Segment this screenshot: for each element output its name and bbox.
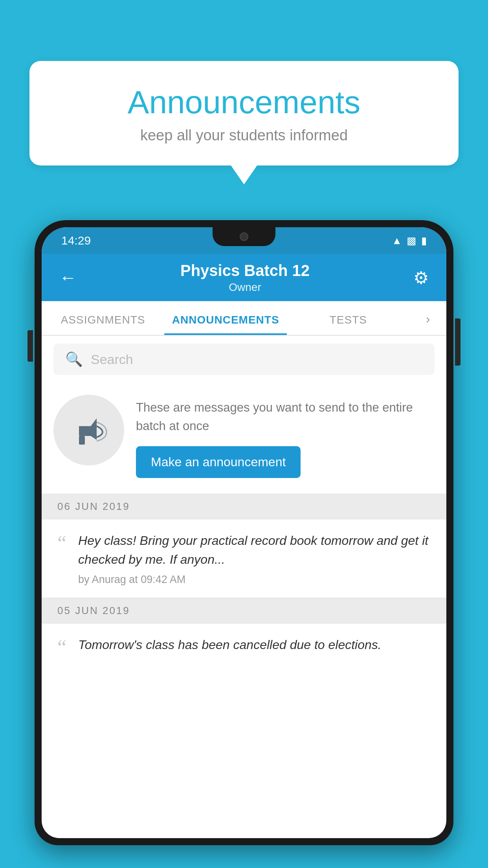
promo-section: These are messages you want to send to t… — [42, 383, 446, 494]
tab-assignments[interactable]: ASSIGNMENTS — [42, 314, 164, 335]
tab-tests[interactable]: TESTS — [287, 314, 409, 335]
phone-mockup: 14:29 ▲ ▩ ▮ ← Physics Batch 12 Owner ⚙ A… — [35, 220, 453, 868]
search-placeholder: Search — [91, 352, 133, 367]
quote-icon-2: “ — [57, 637, 66, 658]
date-separator-2: 05 JUN 2019 — [42, 598, 446, 623]
app-header: ← Physics Batch 12 Owner ⚙ — [42, 254, 446, 301]
phone-screen: 14:29 ▲ ▩ ▮ ← Physics Batch 12 Owner ⚙ A… — [42, 227, 446, 838]
announcement-message-1: Hey class! Bring your practical record b… — [78, 531, 431, 569]
back-button[interactable]: ← — [59, 268, 77, 287]
speech-bubble-card: Announcements keep all your students inf… — [29, 61, 459, 166]
svg-rect-0 — [79, 436, 85, 445]
tab-announcements[interactable]: ANNOUNCEMENTS — [164, 314, 287, 335]
speech-bubble-section: Announcements keep all your students inf… — [29, 61, 459, 166]
search-icon: 🔍 — [65, 351, 83, 368]
bubble-subtitle: keep all your students informed — [61, 127, 427, 144]
status-icons: ▲ ▩ ▮ — [392, 235, 427, 247]
tab-bar: ASSIGNMENTS ANNOUNCEMENTS TESTS › — [42, 301, 446, 336]
phone-notch — [213, 227, 275, 246]
make-announcement-button[interactable]: Make an announcement — [136, 446, 301, 478]
bubble-title: Announcements — [61, 85, 427, 120]
wifi-icon: ▲ — [392, 235, 402, 247]
announcement-item-2[interactable]: “ Tomorrow's class has been cancelled du… — [42, 623, 446, 671]
settings-icon[interactable]: ⚙ — [413, 268, 429, 288]
signal-icon: ▩ — [407, 235, 416, 247]
tab-more[interactable]: › — [409, 312, 446, 335]
megaphone-icon — [69, 410, 108, 450]
announcement-content-2: Tomorrow's class has been cancelled due … — [78, 635, 431, 659]
header-subtitle: Owner — [180, 281, 310, 294]
announcement-message-2: Tomorrow's class has been cancelled due … — [78, 635, 431, 654]
announcement-item-1[interactable]: “ Hey class! Bring your practical record… — [42, 519, 446, 598]
announcement-content-1: Hey class! Bring your practical record b… — [78, 531, 431, 586]
search-bar-container: 🔍 Search — [42, 336, 446, 383]
front-camera — [240, 232, 248, 241]
promo-content: These are messages you want to send to t… — [136, 395, 435, 478]
header-title: Physics Batch 12 — [180, 262, 310, 280]
date-separator-1: 06 JUN 2019 — [42, 494, 446, 519]
status-bar: 14:29 ▲ ▩ ▮ — [42, 227, 446, 254]
promo-description: These are messages you want to send to t… — [136, 399, 435, 435]
announcement-meta-1: by Anurag at 09:42 AM — [78, 574, 431, 586]
promo-icon-wrap — [53, 395, 124, 465]
status-time: 14:29 — [61, 234, 91, 247]
quote-icon-1: “ — [57, 533, 66, 554]
phone-outer-frame: 14:29 ▲ ▩ ▮ ← Physics Batch 12 Owner ⚙ A… — [35, 220, 453, 845]
header-center: Physics Batch 12 Owner — [180, 262, 310, 294]
search-bar[interactable]: 🔍 Search — [53, 344, 435, 375]
battery-icon: ▮ — [421, 235, 427, 247]
